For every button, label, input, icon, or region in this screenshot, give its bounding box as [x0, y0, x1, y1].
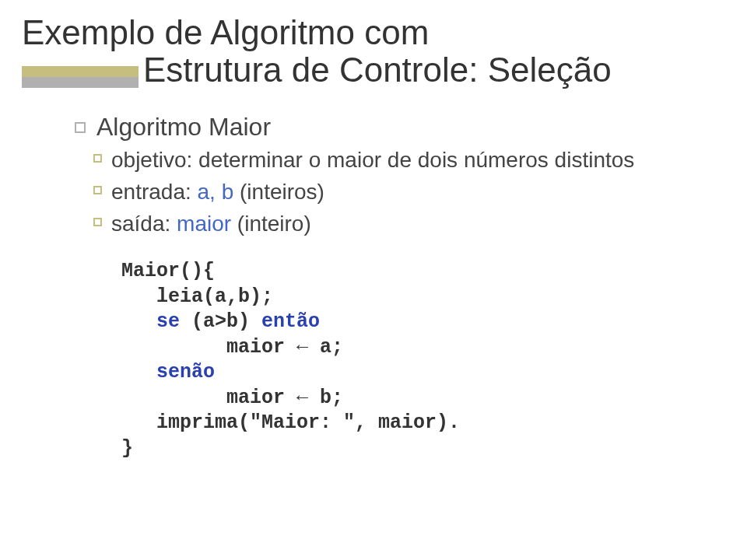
square-bullet-small-icon	[93, 218, 102, 226]
keyword-se: se	[156, 310, 180, 333]
title-accent-bars	[22, 66, 139, 88]
bullet-level2-objetivo: objetivo: determinar o maior de dois núm…	[93, 146, 710, 173]
slide-title-line1: Exemplo de Algoritmo com	[22, 14, 747, 51]
saida-highlight: maior	[177, 212, 231, 236]
bullet-entrada-text: entrada: a, b (inteiros)	[111, 178, 324, 205]
square-bullet-icon	[75, 122, 86, 133]
entrada-post: (inteiros)	[233, 180, 324, 204]
entrada-pre: entrada:	[111, 180, 198, 204]
code-line-5: senão	[121, 360, 710, 386]
slide: Exemplo de Algoritmo com Estrutura de Co…	[0, 0, 747, 560]
saida-post: (inteiro)	[231, 212, 311, 236]
code-line-7: imprima("Maior: ", maior).	[121, 411, 710, 436]
code-l5-pre	[121, 361, 156, 383]
code-line-2: leia(a,b);	[121, 285, 710, 310]
code-line-1: Maior(){	[121, 259, 710, 285]
slide-title-block: Exemplo de Algoritmo com Estrutura de Co…	[0, 14, 747, 88]
pseudocode-block: Maior(){ leia(a,b); se (a>b) então maior…	[121, 259, 710, 461]
bullet-saida-text: saída: maior (inteiro)	[111, 210, 311, 237]
bullet-level2-entrada: entrada: a, b (inteiros)	[93, 178, 710, 205]
bullet-level1: Algoritmo Maior	[75, 113, 710, 142]
keyword-entao: então	[261, 310, 320, 333]
code-line-8: }	[121, 436, 710, 462]
entrada-highlight: a, b	[198, 180, 234, 204]
code-l3-pre	[121, 310, 156, 333]
square-bullet-small-icon	[93, 154, 102, 163]
bullet-level2-saida: saída: maior (inteiro)	[93, 210, 710, 237]
code-l3-mid: (a>b)	[180, 310, 261, 333]
saida-pre: saída:	[111, 212, 177, 236]
square-bullet-small-icon	[93, 186, 102, 194]
bullet-level1-text: Algoritmo Maior	[96, 113, 271, 142]
code-line-3: se (a>b) então	[121, 310, 710, 335]
code-line-6: maior ← b;	[121, 386, 710, 411]
slide-title-line2: Estrutura de Controle: Seleção	[139, 51, 747, 89]
accent-olive-bar	[22, 66, 139, 77]
code-line-4: maior ← a;	[121, 335, 710, 361]
bullet-objetivo-text: objetivo: determinar o maior de dois núm…	[111, 146, 634, 173]
slide-body: Algoritmo Maior objetivo: determinar o m…	[0, 88, 747, 461]
keyword-senao: senão	[156, 361, 215, 383]
accent-gray-bar	[22, 77, 139, 88]
